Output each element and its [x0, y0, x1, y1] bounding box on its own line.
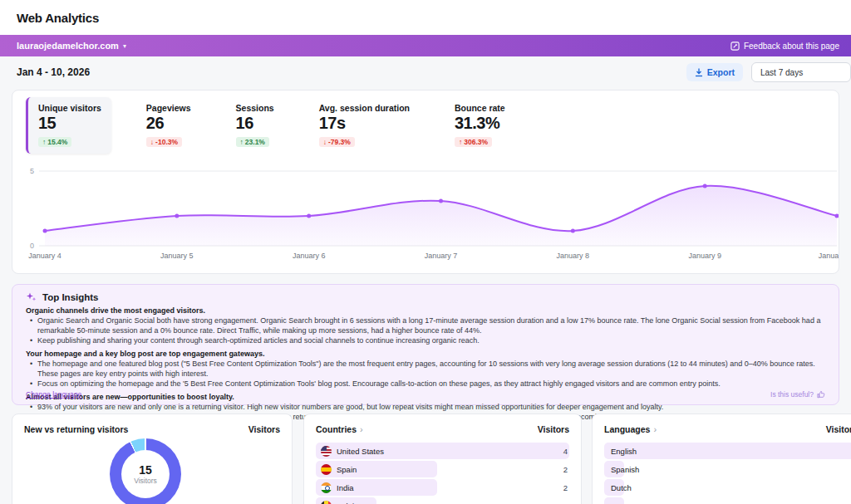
language-name: Spanish	[609, 465, 639, 474]
insight-group: Your homepage and a key blog post are to…	[26, 349, 825, 389]
stat-label: Pageviews	[146, 103, 191, 113]
card-header: Languages› Visitors	[604, 424, 851, 434]
visitors-column-header: Visitors	[826, 424, 851, 434]
country-visitors: 4	[563, 447, 568, 456]
insight-bullet: Focus on optimizing the homepage and the…	[26, 379, 825, 389]
stat-delta: -79.3%	[328, 138, 351, 146]
countries-title-link[interactable]: Countries›	[316, 424, 363, 434]
stat-value: 26	[146, 114, 191, 133]
chevron-right-icon: ›	[653, 424, 657, 434]
insight-heading: Almost all visitors are new—opportunitie…	[26, 392, 825, 402]
top-insights-panel: Top Insights Organic channels drive the …	[12, 284, 839, 405]
stat-delta-badge: ↓-10.3%	[146, 137, 182, 147]
flag-india-icon	[321, 482, 332, 493]
country-name: United States	[337, 447, 384, 456]
language-row[interactable]: Spanish	[604, 461, 851, 477]
stat-tile-bounce-rate[interactable]: Bounce rate 31.3% ↑306.3%	[445, 97, 515, 154]
stat-tile-unique-visitors[interactable]: Unique visitors 15 ↑15.4%	[26, 97, 111, 154]
svg-text:January 10: January 10	[819, 252, 839, 260]
web-analytics-page: Web Analytics lauraojedamelchor.com ▾ Fe…	[0, 0, 851, 504]
toolbar-right: Export Last 7 days	[686, 62, 851, 82]
country-name: Belgium	[337, 502, 365, 504]
svg-text:5: 5	[30, 167, 34, 175]
insight-bullet: The homepage and one featured blog post …	[26, 359, 825, 379]
stat-delta-badge: ↓-79.3%	[319, 137, 355, 147]
date-range-label: Jan 4 - 10, 2026	[17, 66, 90, 78]
svg-text:0: 0	[30, 242, 34, 250]
language-name: English	[609, 447, 637, 456]
new-vs-returning-card: New vs returning visitors Visitors 15 Vi…	[12, 413, 293, 504]
chevron-down-icon: ▾	[123, 42, 126, 50]
export-button[interactable]: Export	[686, 63, 743, 81]
stat-label: Avg. session duration	[319, 103, 410, 113]
country-name: Spain	[337, 465, 357, 474]
language-name: Dutch	[609, 483, 632, 492]
country-name: India	[337, 483, 354, 492]
new-vs-returning-donut-chart[interactable]: 15 Visitors	[110, 438, 181, 504]
language-row[interactable]: Portuguese	[604, 497, 851, 504]
country-visitors: 1	[563, 502, 568, 504]
insight-heading: Organic channels drive the most engaged …	[26, 306, 825, 316]
insights-title-row: Top Insights	[26, 291, 825, 302]
stat-delta: 23.1%	[245, 138, 265, 146]
language-row[interactable]: English	[604, 443, 851, 459]
trend-up-icon: ↑	[459, 138, 462, 146]
period-select[interactable]: Last 7 days	[751, 62, 851, 82]
top-header: Web Analytics	[0, 0, 851, 35]
card-header: New vs returning visitors Visitors	[24, 424, 280, 434]
donut-center: 15 Visitors	[121, 450, 170, 498]
country-row[interactable]: Spain 2	[316, 461, 569, 477]
insights-title: Top Insights	[42, 292, 99, 302]
site-domain-label: lauraojedamelchor.com	[17, 41, 119, 51]
stat-delta: 15.4%	[47, 138, 67, 146]
languages-card: Languages› Visitors English Spanish Dutc…	[592, 413, 851, 504]
feedback-link[interactable]: Feedback about this page	[730, 42, 839, 51]
insight-bullet: Keep publishing and sharing your content…	[26, 335, 825, 345]
trend-down-icon: ↓	[150, 138, 154, 146]
svg-text:January 5: January 5	[160, 252, 194, 260]
useful-label: Is this useful?	[770, 390, 814, 399]
language-name: Portuguese	[609, 502, 652, 504]
trend-down-icon: ↓	[323, 138, 327, 146]
site-bar: lauraojedamelchor.com ▾ Feedback about t…	[0, 35, 851, 56]
stat-tile-pageviews[interactable]: Pageviews 26 ↓-10.3%	[136, 97, 201, 154]
thumbs-up-icon[interactable]	[817, 390, 825, 399]
chevron-right-icon: ›	[360, 424, 363, 434]
insight-heading: Your homepage and a key blog post are to…	[26, 349, 825, 359]
svg-text:January 8: January 8	[557, 252, 590, 260]
language-bar	[604, 443, 851, 459]
stat-tile-row: Unique visitors 15 ↑15.4% Pageviews 26 ↓…	[26, 97, 515, 154]
toolbar: Jan 4 - 10, 2026 Export Last 7 days	[0, 56, 851, 88]
new-vs-returning-title: New vs returning visitors	[24, 424, 128, 434]
visitors-column-header: Visitors	[538, 424, 569, 434]
stat-tile-sessions[interactable]: Sessions 16 ↑23.1%	[226, 97, 284, 154]
sparkle-icon	[26, 291, 37, 302]
stat-value: 31.3%	[455, 114, 505, 133]
flag-united-states-icon	[321, 446, 332, 457]
feedback-useful-control[interactable]: Is this useful?	[770, 390, 825, 399]
export-label: Export	[707, 67, 735, 77]
stat-delta-badge: ↑15.4%	[38, 137, 71, 147]
visitors-line-chart: 05January 4January 5January 6January 7Ja…	[12, 164, 839, 274]
analytics-panel: Unique visitors 15 ↑15.4% Pageviews 26 ↓…	[12, 90, 839, 274]
change-language-link[interactable]: Change language	[26, 390, 81, 399]
stat-value: 15	[38, 114, 101, 133]
country-visitors: 2	[563, 483, 568, 492]
feedback-icon	[730, 42, 740, 51]
period-select-value: Last 7 days	[760, 68, 803, 77]
country-row[interactable]: United States 4	[316, 443, 569, 459]
languages-title-link[interactable]: Languages›	[604, 424, 657, 434]
stat-value: 17s	[319, 114, 410, 133]
language-row[interactable]: Dutch	[604, 479, 851, 496]
countries-card: Countries› Visitors United States 4 Spai…	[303, 413, 582, 504]
country-row[interactable]: Belgium 1	[316, 497, 569, 504]
insight-bullet: 93% of your visitors are new and only on…	[26, 402, 825, 412]
country-row[interactable]: India 2	[316, 479, 569, 496]
page-title: Web Analytics	[17, 11, 99, 25]
trend-up-icon: ↑	[240, 138, 243, 146]
country-visitors: 2	[563, 465, 568, 474]
stat-tile-avg-session-duration[interactable]: Avg. session duration 17s ↓-79.3%	[309, 97, 420, 154]
site-domain-dropdown[interactable]: lauraojedamelchor.com ▾	[17, 41, 126, 51]
stat-delta: 306.3%	[464, 138, 488, 146]
donut-total-label: Visitors	[134, 477, 157, 485]
